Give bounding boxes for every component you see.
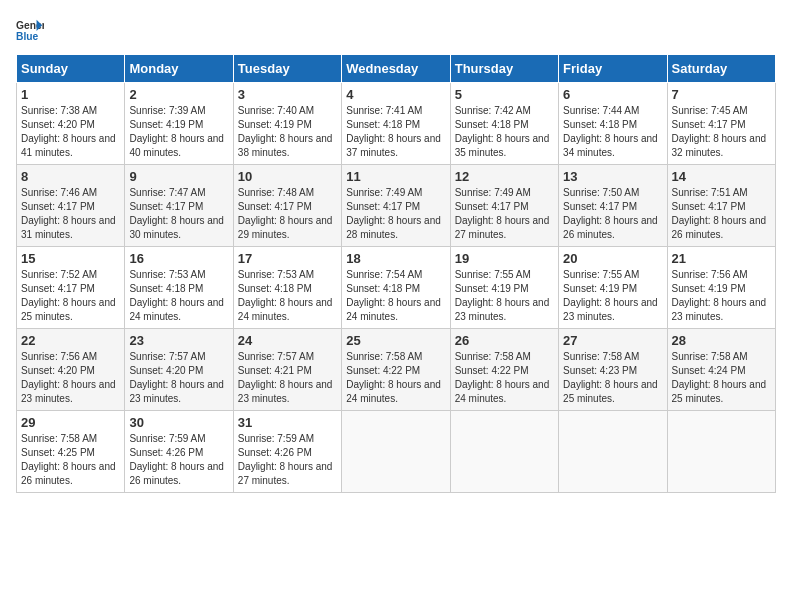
calendar-cell-day-14: 14Sunrise: 7:51 AMSunset: 4:17 PMDayligh…: [667, 165, 775, 247]
day-info: Sunrise: 7:39 AMSunset: 4:19 PMDaylight:…: [129, 105, 224, 158]
calendar-cell-day-29: 29Sunrise: 7:58 AMSunset: 4:25 PMDayligh…: [17, 411, 125, 493]
day-number: 26: [455, 333, 554, 348]
day-number: 16: [129, 251, 228, 266]
day-number: 10: [238, 169, 337, 184]
day-number: 3: [238, 87, 337, 102]
day-number: 28: [672, 333, 771, 348]
calendar-cell-day-17: 17Sunrise: 7:53 AMSunset: 4:18 PMDayligh…: [233, 247, 341, 329]
day-number: 2: [129, 87, 228, 102]
calendar-cell-empty: [450, 411, 558, 493]
calendar-week-row: 15Sunrise: 7:52 AMSunset: 4:17 PMDayligh…: [17, 247, 776, 329]
day-number: 15: [21, 251, 120, 266]
day-info: Sunrise: 7:49 AMSunset: 4:17 PMDaylight:…: [346, 187, 441, 240]
calendar-cell-day-19: 19Sunrise: 7:55 AMSunset: 4:19 PMDayligh…: [450, 247, 558, 329]
day-number: 9: [129, 169, 228, 184]
day-number: 22: [21, 333, 120, 348]
day-number: 1: [21, 87, 120, 102]
day-number: 21: [672, 251, 771, 266]
day-info: Sunrise: 7:47 AMSunset: 4:17 PMDaylight:…: [129, 187, 224, 240]
calendar-cell-day-4: 4Sunrise: 7:41 AMSunset: 4:18 PMDaylight…: [342, 83, 450, 165]
day-info: Sunrise: 7:57 AMSunset: 4:21 PMDaylight:…: [238, 351, 333, 404]
calendar-cell-day-30: 30Sunrise: 7:59 AMSunset: 4:26 PMDayligh…: [125, 411, 233, 493]
day-info: Sunrise: 7:55 AMSunset: 4:19 PMDaylight:…: [455, 269, 550, 322]
calendar-cell-day-28: 28Sunrise: 7:58 AMSunset: 4:24 PMDayligh…: [667, 329, 775, 411]
calendar-cell-day-22: 22Sunrise: 7:56 AMSunset: 4:20 PMDayligh…: [17, 329, 125, 411]
calendar-cell-day-21: 21Sunrise: 7:56 AMSunset: 4:19 PMDayligh…: [667, 247, 775, 329]
calendar-week-row: 22Sunrise: 7:56 AMSunset: 4:20 PMDayligh…: [17, 329, 776, 411]
calendar-cell-day-11: 11Sunrise: 7:49 AMSunset: 4:17 PMDayligh…: [342, 165, 450, 247]
day-info: Sunrise: 7:46 AMSunset: 4:17 PMDaylight:…: [21, 187, 116, 240]
day-number: 24: [238, 333, 337, 348]
day-header-thursday: Thursday: [450, 55, 558, 83]
day-info: Sunrise: 7:59 AMSunset: 4:26 PMDaylight:…: [238, 433, 333, 486]
day-info: Sunrise: 7:48 AMSunset: 4:17 PMDaylight:…: [238, 187, 333, 240]
day-info: Sunrise: 7:58 AMSunset: 4:24 PMDaylight:…: [672, 351, 767, 404]
calendar-week-row: 1Sunrise: 7:38 AMSunset: 4:20 PMDaylight…: [17, 83, 776, 165]
day-number: 13: [563, 169, 662, 184]
day-number: 19: [455, 251, 554, 266]
day-info: Sunrise: 7:52 AMSunset: 4:17 PMDaylight:…: [21, 269, 116, 322]
calendar-cell-day-20: 20Sunrise: 7:55 AMSunset: 4:19 PMDayligh…: [559, 247, 667, 329]
day-number: 17: [238, 251, 337, 266]
day-info: Sunrise: 7:45 AMSunset: 4:17 PMDaylight:…: [672, 105, 767, 158]
day-info: Sunrise: 7:59 AMSunset: 4:26 PMDaylight:…: [129, 433, 224, 486]
calendar-body: 1Sunrise: 7:38 AMSunset: 4:20 PMDaylight…: [17, 83, 776, 493]
calendar-cell-day-7: 7Sunrise: 7:45 AMSunset: 4:17 PMDaylight…: [667, 83, 775, 165]
calendar-cell-day-23: 23Sunrise: 7:57 AMSunset: 4:20 PMDayligh…: [125, 329, 233, 411]
calendar-week-row: 8Sunrise: 7:46 AMSunset: 4:17 PMDaylight…: [17, 165, 776, 247]
day-info: Sunrise: 7:58 AMSunset: 4:22 PMDaylight:…: [455, 351, 550, 404]
day-number: 20: [563, 251, 662, 266]
calendar-cell-day-12: 12Sunrise: 7:49 AMSunset: 4:17 PMDayligh…: [450, 165, 558, 247]
day-header-row: SundayMondayTuesdayWednesdayThursdayFrid…: [17, 55, 776, 83]
day-info: Sunrise: 7:58 AMSunset: 4:23 PMDaylight:…: [563, 351, 658, 404]
day-info: Sunrise: 7:56 AMSunset: 4:20 PMDaylight:…: [21, 351, 116, 404]
calendar-cell-day-3: 3Sunrise: 7:40 AMSunset: 4:19 PMDaylight…: [233, 83, 341, 165]
day-number: 14: [672, 169, 771, 184]
calendar-cell-day-2: 2Sunrise: 7:39 AMSunset: 4:19 PMDaylight…: [125, 83, 233, 165]
day-info: Sunrise: 7:53 AMSunset: 4:18 PMDaylight:…: [129, 269, 224, 322]
day-info: Sunrise: 7:44 AMSunset: 4:18 PMDaylight:…: [563, 105, 658, 158]
day-number: 8: [21, 169, 120, 184]
day-header-monday: Monday: [125, 55, 233, 83]
calendar-cell-day-26: 26Sunrise: 7:58 AMSunset: 4:22 PMDayligh…: [450, 329, 558, 411]
calendar-cell-empty: [342, 411, 450, 493]
day-info: Sunrise: 7:58 AMSunset: 4:22 PMDaylight:…: [346, 351, 441, 404]
day-info: Sunrise: 7:38 AMSunset: 4:20 PMDaylight:…: [21, 105, 116, 158]
day-info: Sunrise: 7:53 AMSunset: 4:18 PMDaylight:…: [238, 269, 333, 322]
day-number: 25: [346, 333, 445, 348]
logo-icon: General Blue: [16, 16, 44, 44]
calendar-cell-empty: [559, 411, 667, 493]
calendar-cell-day-10: 10Sunrise: 7:48 AMSunset: 4:17 PMDayligh…: [233, 165, 341, 247]
calendar-cell-day-27: 27Sunrise: 7:58 AMSunset: 4:23 PMDayligh…: [559, 329, 667, 411]
day-number: 6: [563, 87, 662, 102]
logo: General Blue: [16, 16, 44, 44]
day-info: Sunrise: 7:51 AMSunset: 4:17 PMDaylight:…: [672, 187, 767, 240]
day-info: Sunrise: 7:41 AMSunset: 4:18 PMDaylight:…: [346, 105, 441, 158]
day-info: Sunrise: 7:56 AMSunset: 4:19 PMDaylight:…: [672, 269, 767, 322]
day-number: 29: [21, 415, 120, 430]
calendar-cell-day-5: 5Sunrise: 7:42 AMSunset: 4:18 PMDaylight…: [450, 83, 558, 165]
calendar-cell-day-1: 1Sunrise: 7:38 AMSunset: 4:20 PMDaylight…: [17, 83, 125, 165]
day-number: 27: [563, 333, 662, 348]
calendar-week-row: 29Sunrise: 7:58 AMSunset: 4:25 PMDayligh…: [17, 411, 776, 493]
calendar-cell-day-25: 25Sunrise: 7:58 AMSunset: 4:22 PMDayligh…: [342, 329, 450, 411]
calendar-cell-day-8: 8Sunrise: 7:46 AMSunset: 4:17 PMDaylight…: [17, 165, 125, 247]
day-number: 30: [129, 415, 228, 430]
calendar-cell-day-9: 9Sunrise: 7:47 AMSunset: 4:17 PMDaylight…: [125, 165, 233, 247]
calendar-cell-day-31: 31Sunrise: 7:59 AMSunset: 4:26 PMDayligh…: [233, 411, 341, 493]
calendar-cell-day-16: 16Sunrise: 7:53 AMSunset: 4:18 PMDayligh…: [125, 247, 233, 329]
calendar-cell-day-18: 18Sunrise: 7:54 AMSunset: 4:18 PMDayligh…: [342, 247, 450, 329]
day-number: 12: [455, 169, 554, 184]
svg-text:Blue: Blue: [16, 31, 39, 42]
calendar-cell-day-6: 6Sunrise: 7:44 AMSunset: 4:18 PMDaylight…: [559, 83, 667, 165]
day-header-saturday: Saturday: [667, 55, 775, 83]
day-number: 7: [672, 87, 771, 102]
day-info: Sunrise: 7:54 AMSunset: 4:18 PMDaylight:…: [346, 269, 441, 322]
day-info: Sunrise: 7:42 AMSunset: 4:18 PMDaylight:…: [455, 105, 550, 158]
day-header-sunday: Sunday: [17, 55, 125, 83]
calendar-table: SundayMondayTuesdayWednesdayThursdayFrid…: [16, 54, 776, 493]
day-header-friday: Friday: [559, 55, 667, 83]
day-number: 23: [129, 333, 228, 348]
day-info: Sunrise: 7:57 AMSunset: 4:20 PMDaylight:…: [129, 351, 224, 404]
day-number: 5: [455, 87, 554, 102]
